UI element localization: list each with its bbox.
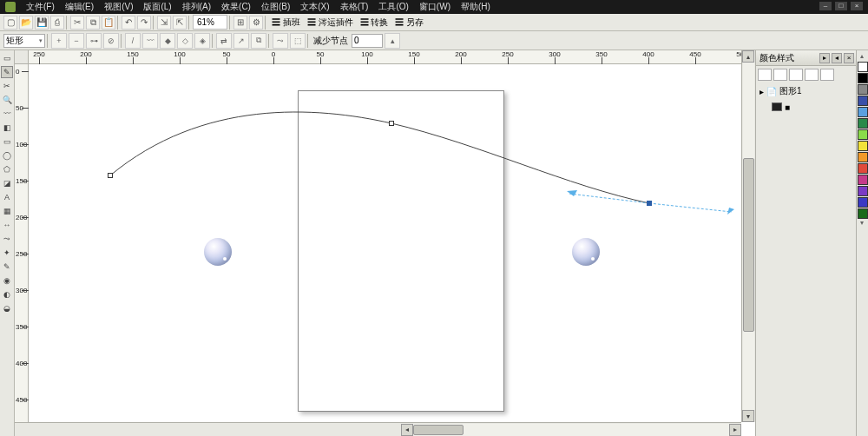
color-swatch[interactable]	[858, 208, 868, 219]
color-swatch[interactable]	[858, 118, 868, 129]
freehand-tool-icon[interactable]: 〰	[1, 108, 13, 120]
style-options-icon[interactable]	[820, 69, 834, 81]
polygon-tool-icon[interactable]: ⬠	[1, 163, 13, 175]
curve-path[interactable]	[29, 64, 741, 422]
plugin-run[interactable]: ☰ 涔运插件	[305, 17, 356, 29]
menu-window[interactable]: 窗口(W)	[419, 1, 450, 13]
color-swatch[interactable]	[858, 141, 868, 151]
pick-tool-icon[interactable]: ▭	[1, 52, 13, 64]
menu-bitmap[interactable]: 位图(B)	[261, 1, 290, 13]
style-edit-icon[interactable]	[789, 69, 803, 81]
menu-file[interactable]: 文件(F)	[26, 1, 55, 13]
redo-icon[interactable]: ↷	[137, 16, 151, 30]
add-node-icon[interactable]: +	[51, 33, 67, 49]
curve-anchor-mid[interactable]	[389, 121, 394, 126]
paste-icon[interactable]: 📋	[102, 16, 115, 30]
docker-menu-icon[interactable]: ▸	[819, 53, 830, 63]
zoom-display[interactable]: 61%	[193, 15, 227, 30]
interactive-tool-icon[interactable]: ✦	[1, 247, 13, 259]
import-icon[interactable]: ⇲	[157, 16, 171, 30]
scroll-left-icon[interactable]: ◂	[401, 424, 413, 436]
shape-tool-icon[interactable]: ✎	[1, 66, 13, 78]
plugin-insert[interactable]: ☰ 插班	[269, 17, 303, 29]
layers-root[interactable]: ▸ 📄 图形1	[756, 83, 856, 99]
close-button[interactable]: ×	[851, 2, 863, 10]
reduce-nodes-field[interactable]: 0	[352, 34, 383, 48]
menu-text[interactable]: 文本(X)	[300, 1, 329, 13]
smooth-node-icon[interactable]: ◇	[177, 33, 193, 49]
color-swatch[interactable]	[858, 84, 868, 95]
cusp-node-icon[interactable]: ◆	[160, 33, 175, 49]
tree-expand-icon[interactable]: ▸	[760, 87, 764, 96]
color-swatch[interactable]	[858, 197, 868, 208]
crop-tool-icon[interactable]: ✂	[1, 80, 13, 92]
snap-icon[interactable]: ⊞	[233, 16, 247, 30]
curve-anchor-end-selected[interactable]	[647, 201, 652, 206]
ruler-origin[interactable]	[15, 50, 29, 64]
copy-icon[interactable]: ⧉	[86, 16, 100, 30]
horizontal-scrollbar[interactable]: ◂ ▸	[15, 422, 741, 436]
docker-collapse-icon[interactable]: ◂	[832, 53, 842, 63]
menu-tools[interactable]: 工具(O)	[378, 1, 408, 13]
style-delete-icon[interactable]	[805, 69, 819, 81]
to-line-icon[interactable]: /	[125, 33, 141, 49]
menu-arrange[interactable]: 排列(A)	[182, 1, 211, 13]
symmetric-node-icon[interactable]: ◈	[194, 33, 210, 49]
save-icon[interactable]: 💾	[35, 16, 49, 30]
undo-icon[interactable]: ↶	[122, 16, 135, 30]
vertical-scrollbar[interactable]: ▴ ▾	[741, 50, 755, 422]
docker-close-icon[interactable]: ×	[844, 53, 854, 63]
elastic-mode-icon[interactable]: ⤳	[273, 33, 288, 49]
sphere-object-left[interactable]	[204, 238, 232, 266]
table-tool-icon[interactable]: ▦	[1, 205, 13, 217]
connector-tool-icon[interactable]: ⤳	[1, 233, 13, 245]
vertical-ruler[interactable]: 050100150200250300350400450500	[15, 64, 29, 422]
print-icon[interactable]: ⎙	[50, 16, 64, 30]
stepper-up-icon[interactable]: ▴	[385, 33, 400, 49]
scroll-up-icon[interactable]: ▴	[742, 50, 754, 63]
rectangle-tool-icon[interactable]: ▭	[1, 135, 13, 148]
interactive-fill-icon[interactable]: ◒	[1, 302, 13, 314]
options-icon[interactable]: ⚙	[249, 16, 263, 30]
color-swatch[interactable]	[858, 163, 868, 174]
minimize-button[interactable]: –	[819, 2, 832, 10]
canvas[interactable]	[29, 64, 741, 422]
fill-tool-icon[interactable]: ◐	[1, 288, 13, 301]
extract-subpath-icon[interactable]: ⧉	[251, 33, 266, 49]
text-tool-icon[interactable]: A	[1, 191, 13, 203]
menu-layout[interactable]: 版面(L)	[143, 1, 171, 13]
color-swatch[interactable]	[858, 129, 868, 140]
menu-view[interactable]: 视图(V)	[104, 1, 133, 13]
layer-item[interactable]: ■	[756, 99, 856, 115]
color-swatch[interactable]	[858, 175, 868, 185]
to-curve-icon[interactable]: 〰	[142, 33, 158, 49]
zoom-tool-icon[interactable]: 🔍	[1, 94, 13, 106]
new-icon[interactable]: ▢	[3, 16, 17, 30]
sphere-object-right[interactable]	[572, 238, 600, 266]
style-new-icon[interactable]	[758, 69, 772, 81]
docker-color-styles-header[interactable]: 颜色样式 ▸ ◂ ×	[756, 50, 856, 66]
palette-down-icon[interactable]: ▾	[857, 219, 867, 228]
editor-viewport[interactable]: 2502001501005005010015020025030035040045…	[15, 50, 755, 436]
color-swatch[interactable]	[858, 107, 868, 117]
cut-icon[interactable]: ✂	[70, 16, 84, 30]
color-swatch[interactable]	[858, 73, 868, 83]
color-swatch[interactable]	[858, 62, 868, 72]
basic-shapes-icon[interactable]: ◪	[1, 177, 13, 189]
menu-table[interactable]: 表格(T)	[340, 1, 369, 13]
color-swatch[interactable]	[858, 186, 868, 196]
color-swatch[interactable]	[858, 152, 868, 162]
break-node-icon[interactable]: ⊘	[103, 33, 119, 49]
ellipse-tool-icon[interactable]: ◯	[1, 149, 13, 162]
open-icon[interactable]: 📂	[19, 16, 33, 30]
v-scroll-thumb[interactable]	[743, 158, 754, 332]
menu-edit[interactable]: 编辑(E)	[65, 1, 94, 13]
extend-curve-icon[interactable]: ↗	[233, 33, 249, 49]
smart-fill-icon[interactable]: ◧	[1, 122, 13, 134]
maximize-button[interactable]: □	[835, 2, 847, 10]
menu-effects[interactable]: 效果(C)	[221, 1, 251, 13]
export-icon[interactable]: ⇱	[173, 16, 187, 30]
select-all-nodes-icon[interactable]: ⬚	[290, 33, 306, 49]
scroll-down-icon[interactable]: ▾	[742, 410, 754, 422]
outline-tool-icon[interactable]: ◉	[1, 274, 13, 287]
